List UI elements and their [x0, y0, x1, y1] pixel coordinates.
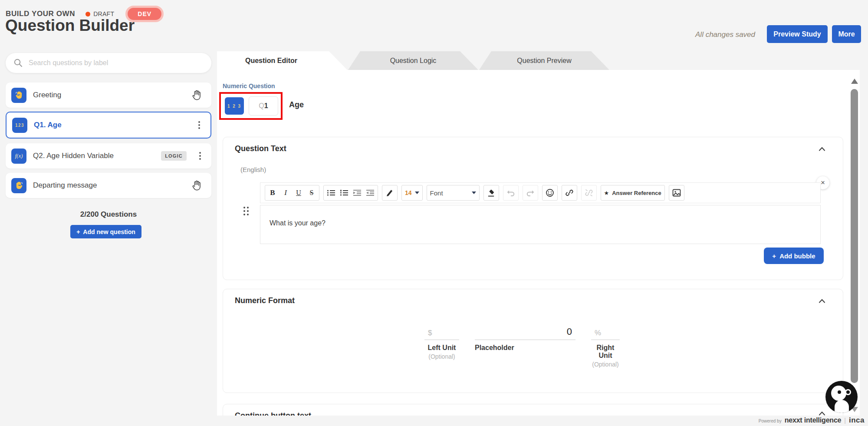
left-unit-label: Left Unit — [424, 344, 459, 352]
right-unit-hint: (Optional) — [591, 361, 620, 368]
undo-icon[interactable] — [503, 185, 519, 201]
outdent-icon[interactable] — [364, 186, 377, 199]
drag-handle[interactable] — [243, 207, 249, 215]
logo-divider: | — [844, 417, 846, 424]
richtext-toolbar: B I U S — [260, 182, 821, 203]
question-label: Age — [289, 100, 304, 109]
collapse-chevron-icon[interactable] — [819, 411, 825, 416]
question-text-card: Question Text (English) × B I U S — [223, 137, 843, 280]
sidebar-item-departing-message[interactable]: Departing message — [6, 173, 211, 198]
departing-wave-icon — [11, 178, 26, 193]
chevron-down-icon — [415, 192, 419, 194]
placeholder-field: 0 Placeholder — [475, 326, 575, 368]
right-unit-field: % Right Unit (Optional) — [591, 326, 620, 368]
question-count: 2/200 Questions — [6, 210, 211, 219]
tab-question-preview[interactable]: Question Preview — [479, 51, 609, 70]
continue-button-text-card: Continue button text — [223, 404, 843, 416]
page-title: Question Builder — [5, 17, 135, 35]
sidebar-item-label: Q2. Age Hidden Variable — [33, 152, 155, 160]
question-code-highlight-box: 1 2 3 Q1 — [219, 92, 283, 120]
product-logo-text: inca — [849, 416, 865, 425]
strikethrough-button[interactable]: S — [305, 186, 318, 199]
chevron-down-icon — [472, 192, 476, 194]
hand-icon — [191, 89, 203, 101]
unlink-icon[interactable] — [581, 185, 597, 201]
left-unit-hint: (Optional) — [424, 353, 459, 360]
placeholder-label: Placeholder — [475, 344, 575, 352]
chat-assistant-avatar[interactable] — [825, 381, 858, 413]
sidebar-item-q2-hidden-variable[interactable]: f(x) Q2. Age Hidden Variable LOGIC — [6, 143, 211, 168]
question-text-value: What is your age? — [260, 205, 820, 227]
question-search-box[interactable] — [6, 53, 211, 73]
autosave-status: All changes saved — [676, 30, 755, 39]
placeholder-input[interactable]: 0 — [475, 326, 575, 340]
link-icon[interactable] — [562, 185, 577, 201]
powered-by-footer: Powered by nexxt intelligence | inca — [759, 416, 865, 425]
brand-logo-text: nexxt intelligence — [785, 416, 842, 424]
draft-status-dot — [85, 12, 90, 17]
avatar-body — [835, 400, 849, 413]
powered-by-label: Powered by — [759, 419, 782, 423]
insert-image-icon[interactable] — [669, 185, 684, 201]
numeric-123-icon: 123 — [12, 118, 27, 133]
sidebar-item-q1-age[interactable]: 123 Q1. Age — [6, 112, 211, 139]
logic-badge: LOGIC — [161, 151, 187, 161]
font-family-select[interactable]: Font — [427, 185, 480, 201]
font-size-select[interactable]: 14 — [401, 185, 423, 201]
function-fx-icon: f(x) — [11, 149, 26, 164]
left-unit-field: $ Left Unit (Optional) — [424, 326, 459, 368]
numeric-format-fields: $ Left Unit (Optional) 0 Placeholder % R… — [424, 326, 620, 368]
collapse-chevron-icon[interactable] — [819, 299, 825, 303]
plus-icon: + — [772, 252, 776, 260]
language-label: (English) — [240, 166, 266, 173]
kebab-menu-icon[interactable] — [197, 119, 202, 131]
search-icon — [13, 58, 23, 68]
numeric-type-chip[interactable]: 1 2 3 — [225, 97, 244, 115]
add-new-question-button[interactable]: + Add new question — [70, 225, 141, 238]
bullet-list-icon[interactable] — [325, 186, 338, 199]
section-title: Continue button text — [235, 411, 311, 416]
clear-format-eraser-icon[interactable] — [483, 185, 499, 201]
ordered-list-icon[interactable] — [338, 186, 351, 199]
kebab-menu-icon[interactable] — [197, 150, 203, 162]
collapse-chevron-icon[interactable] — [819, 147, 825, 151]
more-button[interactable]: More — [832, 25, 861, 43]
question-builder-app: BUILD YOUR OWN DRAFT DEV Question Builde… — [0, 0, 868, 426]
answer-reference-button[interactable]: ★ Answer Reference — [601, 185, 665, 201]
avatar-glasses-icon — [836, 389, 842, 395]
redo-icon[interactable] — [523, 185, 538, 201]
plus-icon: + — [76, 228, 80, 235]
list-indent-group — [323, 185, 378, 201]
search-input[interactable] — [29, 59, 204, 67]
avatar-glasses-icon — [845, 389, 851, 395]
sidebar-item-greeting[interactable]: Greeting — [6, 83, 211, 108]
hand-icon — [191, 180, 203, 192]
right-unit-input[interactable]: % — [591, 326, 620, 340]
sidebar-item-label: Greeting — [33, 91, 184, 99]
greeting-wave-icon — [11, 88, 26, 103]
text-color-pen-icon[interactable] — [382, 185, 398, 201]
underline-button[interactable]: U — [292, 186, 305, 199]
scrollbar-up-arrow[interactable] — [851, 79, 858, 84]
tab-question-editor[interactable]: Question Editor — [217, 51, 347, 70]
italic-button[interactable]: I — [279, 186, 292, 199]
question-text-editor[interactable]: What is your age? — [260, 205, 821, 244]
bold-button[interactable]: B — [266, 186, 279, 199]
section-title: Numeric Format — [235, 296, 295, 305]
right-unit-label: Right Unit — [591, 344, 620, 360]
question-code-input[interactable]: Q1 — [249, 96, 278, 116]
numeric-format-card: Numeric Format $ Left Unit (Optional) 0 … — [223, 289, 843, 393]
sidebar-item-label: Q1. Age — [34, 121, 190, 129]
question-type-label: Numeric Question — [223, 83, 275, 89]
scrollbar-thumb[interactable] — [851, 89, 858, 383]
indent-icon[interactable] — [351, 186, 364, 199]
question-editor-panel: Numeric Question 1 2 3 Q1 Age Question T… — [217, 70, 860, 416]
add-bubble-button[interactable]: + Add bubble — [764, 248, 824, 264]
tab-question-logic[interactable]: Question Logic — [348, 51, 478, 70]
left-unit-input[interactable]: $ — [424, 326, 459, 340]
section-title: Question Text — [235, 144, 286, 153]
preview-study-button[interactable]: Preview Study — [767, 25, 828, 43]
star-icon: ★ — [604, 190, 609, 196]
sidebar-item-label: Departing message — [33, 181, 184, 190]
emoji-icon[interactable] — [542, 185, 558, 201]
